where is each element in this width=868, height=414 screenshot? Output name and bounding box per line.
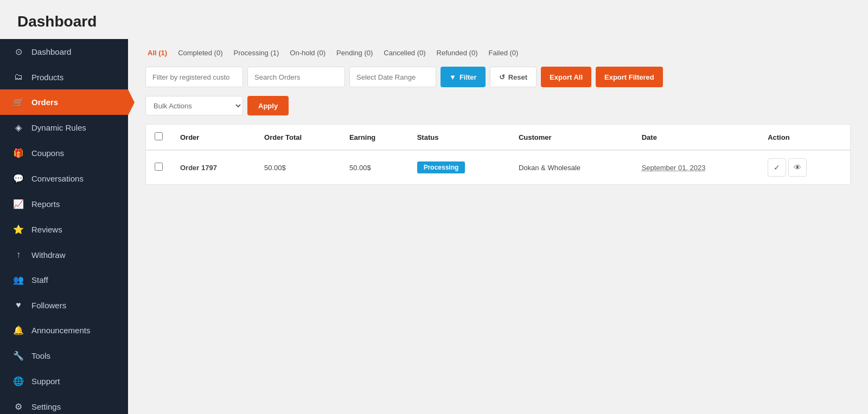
coupons-icon: 🎁 — [13, 148, 24, 158]
export-filtered-button[interactable]: Export Filtered — [596, 67, 663, 87]
sidebar-item-dashboard[interactable]: ⊙Dashboard — [0, 39, 128, 64]
status-tab-all[interactable]: All (1) — [145, 48, 169, 58]
sidebar-item-staff[interactable]: 👥Staff — [0, 267, 128, 293]
dynamic-rules-icon: ◈ — [13, 122, 24, 133]
filter-icon: ▼ — [449, 73, 456, 81]
sidebar-label-dashboard: Dashboard — [31, 47, 71, 56]
export-all-button[interactable]: Export All — [541, 67, 591, 87]
sidebar-item-reviews[interactable]: ⭐Reviews — [0, 217, 128, 242]
sidebar: ⊙Dashboard🗂Products🛒Orders◈Dynamic Rules… — [0, 39, 128, 414]
sidebar-item-conversations[interactable]: 💬Conversations — [0, 166, 128, 191]
search-orders-input[interactable] — [247, 67, 345, 87]
status-tabs: All (1) Completed (0) Processing (1) On-… — [145, 39, 851, 67]
status-tab-on-hold[interactable]: On-hold (0) — [288, 48, 328, 58]
earning-cell: 50.00$ — [341, 150, 409, 185]
page-title: Dashboard — [17, 13, 851, 30]
sidebar-item-followers[interactable]: ♥Followers — [0, 293, 128, 318]
table-row: Order 179750.00$50.00$ProcessingDokan & … — [146, 150, 851, 185]
status-badge: Processing — [417, 161, 465, 173]
announcements-icon: 🔔 — [13, 325, 24, 335]
sidebar-label-withdraw: Withdraw — [31, 250, 66, 260]
sidebar-label-announcements: Announcements — [31, 326, 90, 335]
col-header-earning: Earning — [341, 125, 409, 151]
sidebar-label-followers: Followers — [31, 301, 66, 310]
sidebar-label-tools: Tools — [31, 351, 50, 360]
sidebar-label-support: Support — [31, 377, 60, 386]
status-cell: Processing — [409, 150, 510, 185]
sidebar-label-dynamic-rules: Dynamic Rules — [31, 123, 86, 132]
col-header-order-total: Order Total — [256, 125, 341, 151]
filter-bar: ▼ Filter ↺ Reset Export All Export Filte… — [145, 67, 851, 87]
sidebar-label-staff: Staff — [31, 275, 48, 284]
table-header: OrderOrder TotalEarningStatusCustomerDat… — [146, 125, 851, 151]
dashboard-icon: ⊙ — [13, 47, 24, 57]
reviews-icon: ⭐ — [13, 224, 24, 235]
sidebar-label-reviews: Reviews — [31, 225, 62, 234]
reset-button[interactable]: ↺ Reset — [490, 67, 537, 87]
staff-icon: 👥 — [13, 275, 24, 285]
sidebar-label-reports: Reports — [31, 199, 60, 209]
main-content: All (1) Completed (0) Processing (1) On-… — [128, 39, 868, 414]
sidebar-item-tools[interactable]: 🔧Tools — [0, 343, 128, 368]
layout: ⊙Dashboard🗂Products🛒Orders◈Dynamic Rules… — [0, 39, 868, 414]
status-tab-cancelled[interactable]: Cancelled (0) — [381, 48, 427, 58]
action-cell: ✓👁 — [759, 150, 850, 185]
orders-table: OrderOrder TotalEarningStatusCustomerDat… — [145, 124, 851, 185]
col-header-date: Date — [633, 125, 759, 151]
reset-icon: ↺ — [499, 73, 505, 81]
status-tab-pending[interactable]: Pending (0) — [334, 48, 375, 58]
followers-icon: ♥ — [13, 300, 24, 310]
date-cell: September 01, 2023 — [633, 150, 759, 185]
select-all-checkbox[interactable] — [155, 132, 163, 140]
sidebar-item-withdraw[interactable]: ↑Withdraw — [0, 242, 128, 267]
sidebar-label-conversations: Conversations — [31, 174, 84, 183]
tools-icon: 🔧 — [13, 351, 24, 361]
bulk-actions-select[interactable]: Bulk Actions — [145, 96, 243, 115]
status-tab-processing[interactable]: Processing (1) — [232, 48, 282, 58]
apply-button[interactable]: Apply — [247, 96, 289, 115]
page-header: Dashboard — [0, 0, 868, 39]
sidebar-item-reports[interactable]: 📈Reports — [0, 191, 128, 217]
col-header-status: Status — [409, 125, 510, 151]
products-icon: 🗂 — [13, 72, 24, 82]
row-checkbox[interactable] — [155, 163, 163, 171]
sidebar-label-orders: Orders — [31, 98, 58, 107]
date-range-input[interactable] — [349, 67, 436, 87]
status-tab-completed[interactable]: Completed (0) — [176, 48, 225, 58]
status-tab-refunded[interactable]: Refunded (0) — [435, 48, 480, 58]
sidebar-label-coupons: Coupons — [31, 148, 64, 158]
col-header-customer: Customer — [510, 125, 633, 151]
withdraw-icon: ↑ — [13, 250, 24, 260]
orders-icon: 🛒 — [13, 97, 24, 107]
reports-icon: 📈 — [13, 199, 24, 209]
order-cell: Order 1797 — [171, 150, 256, 185]
col-header-action: Action — [759, 125, 850, 151]
order-total-cell: 50.00$ — [256, 150, 341, 185]
sidebar-item-dynamic-rules[interactable]: ◈Dynamic Rules — [0, 115, 128, 140]
sidebar-label-settings: Settings — [31, 402, 61, 411]
sidebar-label-products: Products — [31, 73, 63, 82]
sidebar-item-coupons[interactable]: 🎁Coupons — [0, 140, 128, 166]
sidebar-item-support[interactable]: 🌐Support — [0, 368, 128, 394]
sidebar-item-announcements[interactable]: 🔔Announcements — [0, 318, 128, 343]
status-tab-failed[interactable]: Failed (0) — [487, 48, 521, 58]
sidebar-item-products[interactable]: 🗂Products — [0, 64, 128, 89]
customer-cell: Dokan & Wholesale — [510, 150, 633, 185]
bulk-actions-bar: Bulk Actions Apply — [145, 96, 851, 115]
sidebar-item-settings[interactable]: ⚙Settings — [0, 394, 128, 414]
support-icon: 🌐 — [13, 376, 24, 386]
customer-filter-input[interactable] — [145, 67, 243, 87]
col-header-order: Order — [171, 125, 256, 151]
settings-icon: ⚙ — [13, 402, 24, 412]
filter-button[interactable]: ▼ Filter — [441, 67, 486, 87]
table-body: Order 179750.00$50.00$ProcessingDokan & … — [146, 150, 851, 185]
conversations-icon: 💬 — [13, 173, 24, 184]
sidebar-item-orders[interactable]: 🛒Orders — [0, 89, 128, 115]
approve-action-button[interactable]: ✓ — [768, 158, 786, 177]
view-action-button[interactable]: 👁 — [788, 158, 807, 177]
